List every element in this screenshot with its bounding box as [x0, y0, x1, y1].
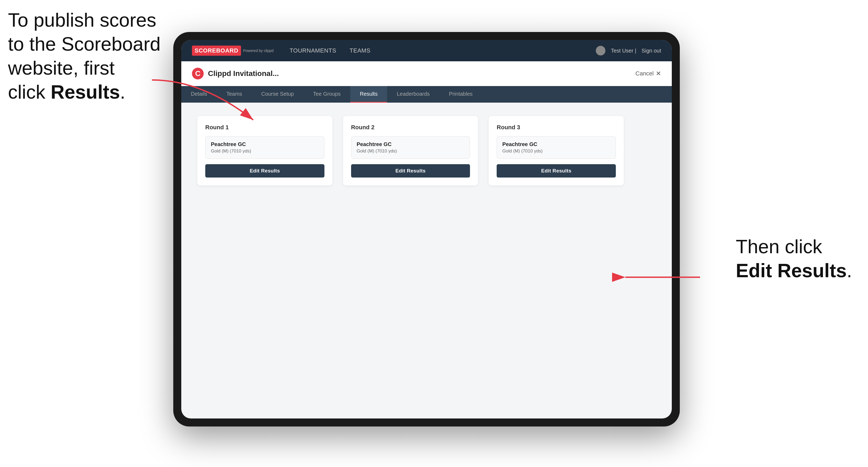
round-3-course-details: Gold (M) (7010 yds) [502, 149, 610, 154]
round-3-edit-results-button[interactable]: Edit Results [497, 164, 616, 178]
user-name: Test User | [611, 48, 636, 54]
round-2-course-details: Gold (M) (7010 yds) [357, 149, 465, 154]
round-3-course-card: Peachtree GC Gold (M) (7010 yds) [497, 136, 616, 159]
top-nav: SCOREBOARD Powered by clippd TOURNAMENTS… [181, 40, 672, 61]
round-1-course-details: Gold (M) (7010 yds) [211, 149, 319, 154]
round-3-title: Round 3 [497, 124, 616, 131]
scoreboard-logo: SCOREBOARD [192, 45, 241, 56]
arrow-to-results [149, 77, 256, 132]
tournament-name: Clippd Invitational... [208, 69, 279, 78]
close-icon: ✕ [656, 70, 661, 77]
round-2-card: Round 2 Peachtree GC Gold (M) (7010 yds)… [343, 116, 478, 186]
round-2-title: Round 2 [351, 124, 470, 131]
tab-leaderboards[interactable]: Leaderboards [387, 86, 439, 103]
tab-printables[interactable]: Printables [439, 86, 482, 103]
instruction-right: Then clickEdit Results. [736, 235, 852, 283]
nav-tournaments[interactable]: TOURNAMENTS [289, 47, 336, 54]
instruction-right-text: Then clickEdit Results. [736, 236, 852, 281]
nav-teams[interactable]: TEAMS [349, 47, 370, 54]
round-2-course-card: Peachtree GC Gold (M) (7010 yds) [351, 136, 470, 159]
instruction-left-text: To publish scoresto the Scoreboardwebsit… [8, 9, 160, 103]
content-area: Round 1 Peachtree GC Gold (M) (7010 yds)… [181, 103, 672, 418]
sign-out-link[interactable]: Sign out [642, 48, 661, 54]
user-avatar [596, 46, 606, 56]
rounds-grid: Round 1 Peachtree GC Gold (M) (7010 yds)… [197, 116, 624, 186]
tab-tee-groups[interactable]: Tee Groups [303, 86, 350, 103]
logo-area: SCOREBOARD Powered by clippd [192, 45, 274, 56]
cancel-button[interactable]: Cancel ✕ [636, 70, 661, 77]
round-2-course-name: Peachtree GC [357, 141, 465, 147]
arrow-to-edit-results [623, 261, 703, 294]
round-3-card: Round 3 Peachtree GC Gold (M) (7010 yds)… [489, 116, 624, 186]
tab-course-setup[interactable]: Course Setup [252, 86, 303, 103]
tab-results[interactable]: Results [350, 86, 388, 103]
round-3-course-name: Peachtree GC [502, 141, 610, 147]
round-2-edit-results-button[interactable]: Edit Results [351, 164, 470, 178]
round-1-course-card: Peachtree GC Gold (M) (7010 yds) [205, 136, 324, 159]
logo-subtitle: Powered by clippd [243, 49, 274, 53]
round-1-course-name: Peachtree GC [211, 141, 319, 147]
nav-links: TOURNAMENTS TEAMS [289, 47, 596, 54]
nav-right: Test User | Sign out [596, 46, 661, 56]
instruction-left: To publish scoresto the Scoreboardwebsit… [8, 8, 160, 104]
round-1-edit-results-button[interactable]: Edit Results [205, 164, 324, 178]
